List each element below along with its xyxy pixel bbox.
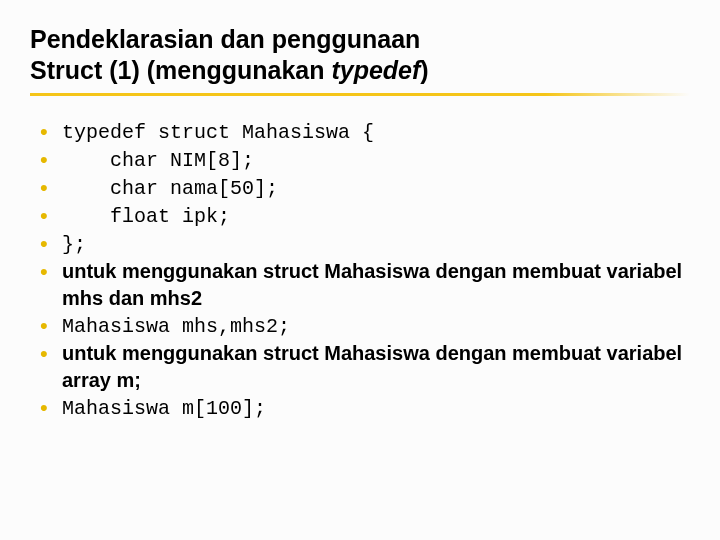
list-item: Mahasiswa m[100]; (38, 394, 690, 422)
code-line: Mahasiswa m[100]; (62, 397, 266, 420)
slide-title: Pendeklarasian dan penggunaan Struct (1)… (30, 24, 690, 87)
code-line: }; (62, 233, 86, 256)
text-line: untuk menggunakan struct Mahasiswa denga… (62, 342, 682, 391)
code-line: Mahasiswa mhs,mhs2; (62, 315, 290, 338)
list-item: char nama[50]; (38, 174, 690, 202)
code-line: char NIM[8]; (62, 149, 254, 172)
list-item: typedef struct Mahasiswa { (38, 118, 690, 146)
code-line: char nama[50]; (62, 177, 278, 200)
text-line: untuk menggunakan struct Mahasiswa denga… (62, 260, 682, 309)
list-item: }; (38, 230, 690, 258)
list-item: char NIM[8]; (38, 146, 690, 174)
code-line: typedef struct Mahasiswa { (62, 121, 374, 144)
list-item: untuk menggunakan struct Mahasiswa denga… (38, 340, 690, 394)
title-line-2c: ) (420, 56, 428, 84)
title-line-1: Pendeklarasian dan penggunaan (30, 25, 420, 53)
bullet-list: typedef struct Mahasiswa { char NIM[8]; … (30, 118, 690, 422)
list-item: untuk menggunakan struct Mahasiswa denga… (38, 258, 690, 312)
list-item: float ipk; (38, 202, 690, 230)
title-typedef: typedef (331, 56, 420, 84)
title-underline (30, 93, 690, 96)
title-line-2a: Struct (1) (menggunakan (30, 56, 331, 84)
list-item: Mahasiswa mhs,mhs2; (38, 312, 690, 340)
code-line: float ipk; (62, 205, 230, 228)
